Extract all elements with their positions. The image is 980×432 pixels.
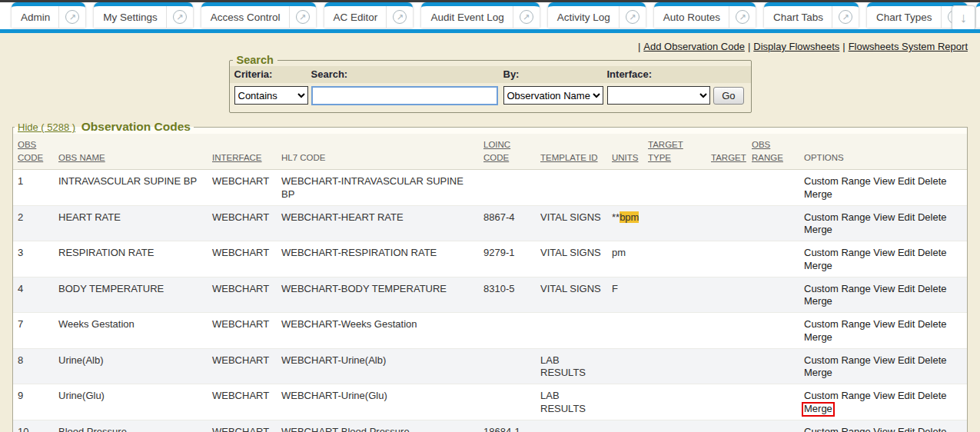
cell-interface: WEBCHART [208, 170, 277, 206]
cell-template-id [536, 313, 607, 349]
option-edit[interactable]: Edit [898, 390, 915, 401]
column-header-options: OPTIONS [799, 134, 967, 170]
tab-chart-tabs[interactable]: Chart Tabs↗ [764, 2, 859, 28]
criteria-select[interactable]: Contains [234, 86, 308, 105]
cell-options: Custom Range View Edit Delete Merge [799, 277, 967, 313]
tab-ac-editor[interactable]: AC Editor↗ [324, 2, 414, 28]
option-merge[interactable]: Merge [804, 295, 832, 307]
sort-link[interactable]: OBSRANGE [752, 140, 783, 162]
external-link-icon[interactable]: ↗ [393, 10, 407, 24]
tab-audit-event-log[interactable]: Audit Event Log↗ [421, 2, 539, 28]
tab-access-control[interactable]: Access Control↗ [201, 2, 316, 28]
external-link-icon[interactable]: ↗ [296, 10, 310, 24]
option-edit[interactable]: Edit [898, 318, 915, 330]
option-custom-range[interactable]: Custom Range [804, 247, 871, 258]
search-input[interactable] [311, 86, 498, 105]
external-link-icon[interactable]: ↗ [520, 10, 533, 24]
option-merge[interactable]: Merge [804, 331, 832, 343]
option-merge[interactable]: Merge [804, 260, 832, 271]
option-view[interactable]: View [873, 211, 895, 223]
option-merge[interactable]: Merge [804, 367, 832, 378]
option-delete[interactable]: Delete [918, 318, 947, 330]
sort-link[interactable]: TARGET [711, 153, 746, 162]
cell-options: Custom Range View Edit Delete Merge [799, 241, 967, 277]
external-link-icon[interactable]: ↗ [626, 10, 639, 24]
sort-link[interactable]: OBS NAME [58, 153, 105, 162]
external-link-icon[interactable]: ↗ [65, 10, 79, 24]
column-header-target: TARGET [706, 134, 747, 170]
option-delete[interactable]: Delete [918, 175, 947, 187]
option-edit[interactable]: Edit [898, 211, 915, 223]
option-custom-range[interactable]: Custom Range [804, 354, 871, 366]
option-edit[interactable]: Edit [898, 247, 915, 258]
sort-link[interactable]: TARGETTYPE [648, 140, 683, 162]
tab-auto-routes[interactable]: Auto Routes↗ [654, 2, 756, 28]
option-edit[interactable]: Edit [898, 175, 915, 187]
cell-target [706, 384, 747, 420]
option-view[interactable]: View [873, 283, 895, 294]
option-custom-range[interactable]: Custom Range [804, 426, 871, 432]
external-link-icon[interactable]: ↗ [839, 10, 852, 24]
cell-hl7-code: WEBCHART-Urine(Glu) [277, 384, 479, 420]
sort-link[interactable]: UNITS [612, 153, 639, 162]
link-separator: | [748, 41, 750, 52]
option-delete[interactable]: Delete [918, 390, 947, 401]
option-delete[interactable]: Delete [918, 426, 947, 432]
table-row: 4BODY TEMPERATUREWEBCHARTWEBCHART-BODY T… [13, 277, 967, 313]
cell-units: pm [607, 241, 643, 277]
tab-activity-log[interactable]: Activity Log↗ [548, 2, 646, 28]
table-row: 1INTRAVASCULAR SUPINE BPWEBCHARTWEBCHART… [13, 170, 967, 206]
go-button[interactable]: Go [713, 87, 743, 105]
cell-units [607, 348, 643, 384]
option-delete[interactable]: Delete [918, 247, 947, 258]
tab-admin[interactable]: Admin↗ [12, 2, 85, 28]
link-flowsheets-system-report[interactable]: Flowsheets System Report [849, 41, 968, 52]
cell-units: F [607, 277, 643, 313]
cell-loinc-code [479, 384, 536, 420]
option-edit[interactable]: Edit [898, 426, 915, 432]
option-custom-range[interactable]: Custom Range [804, 211, 871, 223]
option-edit[interactable]: Edit [898, 354, 915, 366]
option-delete[interactable]: Delete [918, 283, 947, 294]
option-custom-range[interactable]: Custom Range [804, 175, 871, 187]
cell-target-type [643, 313, 706, 349]
link-add-observation-code[interactable]: Add Observation Code [643, 41, 745, 52]
cell-target-type [643, 205, 706, 241]
external-link-icon[interactable]: ↗ [736, 10, 749, 24]
cell-target-type [643, 384, 706, 420]
column-header-hl7-code: HL7 CODE [277, 134, 479, 170]
option-view[interactable]: View [873, 318, 895, 330]
option-delete[interactable]: Delete [918, 211, 947, 223]
option-merge-highlighted[interactable]: Merge [802, 402, 835, 417]
option-view[interactable]: View [873, 247, 895, 258]
option-view[interactable]: View [873, 354, 895, 366]
tab-my-settings[interactable]: My Settings↗ [94, 2, 193, 28]
option-custom-range[interactable]: Custom Range [804, 283, 871, 294]
tab-colors[interactable]: Colors↗ [976, 2, 980, 28]
tab-overflow-down-arrow-icon[interactable]: ↓ [952, 5, 975, 29]
cell-interface: WEBCHART [208, 277, 277, 313]
sort-link[interactable]: OBSCODE [18, 140, 43, 162]
link-display-flowsheets[interactable]: Display Flowsheets [753, 41, 839, 52]
header-label: HL7 CODE [281, 153, 326, 162]
option-custom-range[interactable]: Custom Range [804, 318, 871, 330]
option-edit[interactable]: Edit [898, 283, 915, 294]
cell-target [706, 241, 747, 277]
cell-loinc-code: 8867-4 [479, 205, 536, 241]
option-view[interactable]: View [873, 390, 895, 401]
option-view[interactable]: View [873, 175, 895, 187]
column-header-target-type: TARGETTYPE [643, 134, 706, 170]
option-merge[interactable]: Merge [804, 188, 832, 200]
sort-link[interactable]: INTERFACE [212, 153, 262, 162]
by-select[interactable]: Observation Name [503, 86, 603, 105]
option-delete[interactable]: Delete [918, 354, 947, 366]
hide-count-link[interactable]: Hide ( 5288 ) [18, 121, 75, 133]
option-custom-range[interactable]: Custom Range [804, 390, 871, 401]
option-view[interactable]: View [873, 426, 895, 432]
cell-options: Custom Range View Edit Delete Merge [799, 384, 967, 420]
sort-link[interactable]: LOINCCODE [483, 140, 510, 162]
sort-link[interactable]: TEMPLATE ID [540, 153, 598, 162]
interface-select[interactable] [607, 86, 710, 105]
option-merge[interactable]: Merge [804, 224, 832, 235]
external-link-icon[interactable]: ↗ [173, 10, 187, 24]
